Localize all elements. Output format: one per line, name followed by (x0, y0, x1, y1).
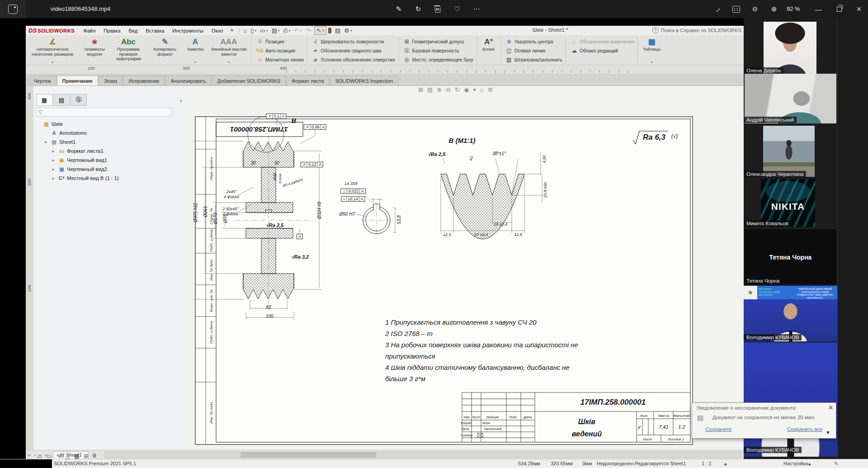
tree-item[interactable]: ▸ ▭ Формат листа1 (35, 147, 180, 156)
command-tab[interactable]: Исправление (123, 76, 165, 85)
mini-tool-icon[interactable]: △ (66, 453, 70, 459)
display-report-icon[interactable]: ▤ (333, 27, 342, 34)
close-icon[interactable]: ✕ (828, 404, 833, 411)
command-tab[interactable]: Формат листа (286, 76, 329, 85)
revision-symbol-button[interactable]: △Обозначение изменения (570, 37, 634, 46)
more-options-icon[interactable]: ⋯ (467, 0, 486, 18)
participant-tile[interactable]: Андрій Чаплінський (744, 74, 837, 125)
favorite-icon[interactable]: ♡ (448, 0, 466, 18)
view-tool-icon[interactable]: ▤ (427, 86, 433, 93)
mini-tool-icon[interactable]: ▦ (74, 453, 79, 459)
auto-balloon-button[interactable]: ϟ①Авто-позиция (256, 46, 304, 55)
expander-icon[interactable]: ▸ (52, 158, 58, 162)
close-window-icon[interactable]: × (850, 0, 868, 18)
linear-note-pattern-button[interactable]: AAAЛинейный массив заметок (208, 36, 250, 65)
participant-tile[interactable]: ❀ МЕХАНІКО-ТЕХНОЛОГІЧНИЙ ФАКУЛЬТЕТ ТАВРІ… (744, 286, 837, 342)
center-mark-button[interactable]: ⊕Указатель центра (505, 37, 562, 46)
expander-icon[interactable]: ▸ (52, 167, 58, 171)
configurations-tab[interactable]: Ⓢ (71, 94, 87, 106)
edit-icon[interactable]: ✎ (390, 0, 408, 18)
view-tool-icon[interactable]: ⚙ (488, 86, 493, 93)
sheet-nav-arrow[interactable]: « (26, 452, 32, 458)
options-icon[interactable]: ⚙ (342, 27, 354, 34)
menu-item[interactable]: Правка (99, 27, 124, 34)
interference-check-icon[interactable] (326, 27, 333, 34)
view-tool-icon[interactable]: ⊖ (446, 86, 451, 93)
help-search[interactable]: ? Поиск в Справке по SOLIDWORKS (652, 27, 741, 33)
participant-tile[interactable]: NIKITA Микита Ковальов (744, 179, 837, 228)
fullscreen-icon[interactable]: ↔ (704, 0, 730, 22)
save-all-link[interactable]: Сохранить все (787, 426, 822, 432)
redo-icon[interactable]: ↷ (303, 27, 314, 34)
actual-size-icon[interactable]: 1:1 (727, 0, 745, 18)
blocks-button[interactable]: A° Блоки (478, 36, 499, 65)
photos-app-icon[interactable] (0, 0, 26, 18)
horizontal-scrollbar[interactable] (104, 452, 741, 458)
print-icon[interactable]: ⎙ (282, 27, 292, 35)
drawing-viewport[interactable] (186, 86, 746, 459)
datum-target-button[interactable]: ◎Место, определяющее базу (403, 55, 473, 64)
view-tool-icon[interactable]: ⊞ (418, 86, 423, 93)
weld-symbol-button[interactable]: ≁Обозначение сварного шва (311, 46, 395, 55)
spell-check-button[interactable]: AbcПрограмма проверки орфографии (110, 36, 147, 65)
revision-cloud-button[interactable]: ☁Облако редакций (570, 46, 634, 55)
tree-item[interactable]: ▸ Cᴬ Местный вид B (1 : 1) (35, 174, 180, 183)
tree-item[interactable]: ▸ ▣ Чертежный вид2 (35, 165, 180, 174)
hole-callout-button[interactable]: ⌀Условное обозначение отверстия (311, 55, 395, 64)
tree-item[interactable]: ▾ ▤ Sheet1 (35, 137, 180, 147)
view-tool-icon[interactable]: ⊕ (437, 86, 442, 93)
mini-tool-icon[interactable]: ▭ (47, 453, 52, 459)
view-tool-icon[interactable]: ▾ (473, 86, 476, 93)
rotate-icon[interactable]: ↻ (409, 0, 427, 18)
mini-tool-icon[interactable]: ⊞ (84, 453, 88, 459)
menu-item[interactable]: Вид (125, 27, 142, 34)
view-tool-icon[interactable]: ◉ (464, 86, 469, 93)
command-tab[interactable]: Примечание (57, 76, 98, 85)
menu-item[interactable]: Инструменты (168, 27, 208, 34)
command-tab[interactable]: SOLIDWORKS Inspection (330, 76, 398, 85)
view-tool-icon[interactable]: ↻ (455, 86, 460, 93)
note-button[interactable]: AЗаметка (183, 36, 208, 65)
format-painter-button[interactable]: ✎Копировать формат (147, 36, 183, 65)
menu-item[interactable]: Файл (79, 27, 99, 34)
scroll-down-chevron[interactable]: ▾ (826, 429, 830, 436)
featuremanager-tab[interactable]: ▦ (36, 94, 52, 106)
command-tab[interactable]: Анализировать (165, 76, 211, 85)
centerline-button[interactable]: ◫Осевая линия (505, 46, 562, 55)
geometric-tolerance-button[interactable]: ⊞Геометрический допуск (403, 37, 473, 46)
undo-icon[interactable]: ↶ (292, 27, 303, 34)
participant-tile[interactable]: Тетяна Чорна Тетяна Чорна (744, 229, 837, 286)
tree-item[interactable]: ▥ Шків (35, 119, 180, 128)
delete-icon[interactable] (429, 0, 447, 18)
participant-tile[interactable]: Олександра Червоткіна (744, 125, 837, 179)
command-tab[interactable]: Добавления SOLIDWORKS (212, 76, 286, 85)
expander-icon[interactable]: ▸ (52, 176, 58, 180)
tree-item[interactable]: ▸ ◉ Чертежный вид1 (35, 156, 180, 165)
select-icon[interactable]: ↖ (314, 26, 326, 35)
magnetic-line-button[interactable]: ∩Магнитная линия (256, 55, 304, 64)
mini-tool-icon[interactable]: ▭ (37, 453, 42, 459)
view-tool-icon[interactable]: ⌂ (480, 86, 484, 93)
datum-feature-button[interactable]: ⒶБазовая поверхность (403, 46, 473, 55)
active-speaker-tile[interactable]: Володимир КУВАЧОВ (744, 342, 837, 458)
participant-tile[interactable]: Олена Дереза (744, 20, 837, 76)
tables-button[interactable]: ▦ Таблицы (639, 36, 665, 65)
open-icon[interactable]: ▭ (258, 27, 270, 34)
menu-item[interactable]: Окно (208, 27, 227, 34)
restore-icon[interactable] (830, 0, 848, 18)
minimize-icon[interactable]: — (809, 0, 827, 18)
mini-tool-icon[interactable]: ✎ (57, 453, 61, 459)
save-icon[interactable]: ▤ (270, 27, 282, 34)
menu-item[interactable]: Вставка (142, 27, 168, 34)
zoom-out-icon[interactable]: ⊖ (746, 0, 764, 18)
mini-tool-icon[interactable]: ≡ (93, 453, 96, 459)
area-hatch-button[interactable]: ▨Штриховка/заполнить (505, 55, 562, 64)
tree-filter[interactable]: ▽ (36, 108, 172, 117)
propertymanager-tab[interactable]: ▤ (53, 94, 70, 106)
command-tab[interactable]: Эскиз (99, 76, 123, 85)
pin-icon[interactable]: ⚑ (230, 28, 234, 33)
panel-collapse-arrow[interactable]: › (180, 97, 182, 104)
expander-icon[interactable]: ▸ (52, 149, 58, 153)
balloon-button[interactable]: ①Позиция (256, 37, 304, 46)
tree-item[interactable]: A Annotations (35, 128, 180, 137)
